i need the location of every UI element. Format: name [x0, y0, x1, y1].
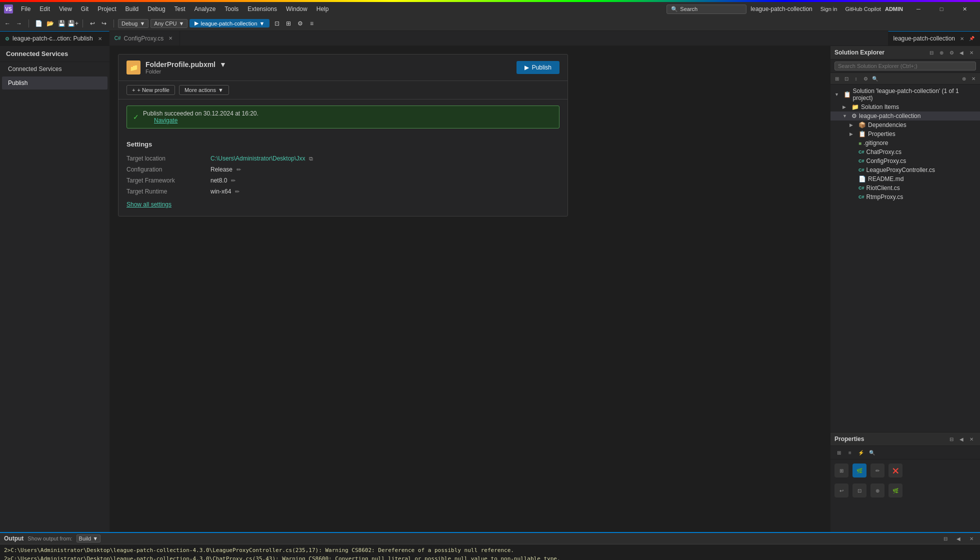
- solution-explorer-ctrl-5[interactable]: ✕: [967, 48, 976, 57]
- menu-debug[interactable]: Debug: [144, 4, 169, 14]
- toolbar-btn-4[interactable]: ≡: [306, 18, 317, 29]
- debug-mode-selector[interactable]: Debug ▼: [118, 19, 148, 28]
- solution-explorer-ctrl-3[interactable]: ⚙: [947, 48, 956, 57]
- menu-project[interactable]: Project: [94, 4, 120, 14]
- props-toolbar-4[interactable]: 🔍: [868, 448, 876, 457]
- se-toolbar-btn-2[interactable]: ⊡: [842, 74, 851, 83]
- show-all-settings-link[interactable]: Show all settings: [126, 201, 560, 208]
- open-file-button[interactable]: 📂: [44, 18, 56, 29]
- new-file-button[interactable]: 📄: [33, 18, 44, 29]
- menu-tools[interactable]: Tools: [220, 4, 242, 14]
- se-toolbar-btn-5[interactable]: 🔍: [870, 74, 880, 83]
- tab-secondary-close[interactable]: ✕: [958, 34, 966, 42]
- prop-icon-2[interactable]: 🌿: [852, 464, 866, 478]
- tree-item-rtmpproxy[interactable]: C# RtmpProxy.cs: [830, 192, 980, 202]
- publish-button[interactable]: ▶ Publish: [516, 61, 560, 74]
- sign-in-button[interactable]: Sign in: [816, 5, 842, 13]
- undo-button[interactable]: ↩: [87, 18, 98, 29]
- toolbar-btn-3[interactable]: ⚙: [294, 18, 306, 29]
- prop-icon-8[interactable]: 🌿: [888, 484, 902, 498]
- se-toolbar-btn-6[interactable]: ⊕: [960, 74, 968, 83]
- edit-icon-target-runtime[interactable]: ✏: [235, 188, 240, 195]
- tree-item-project[interactable]: ▼ ⚙ league-patch-collection: [830, 112, 980, 120]
- props-toolbar-1[interactable]: ⊞: [834, 448, 844, 457]
- menu-help[interactable]: Help: [312, 4, 333, 14]
- forward-button[interactable]: →: [14, 18, 24, 29]
- save-all-button[interactable]: 💾+: [68, 18, 78, 29]
- menu-git[interactable]: Git: [77, 4, 92, 14]
- properties-ctrl-1[interactable]: ⊟: [947, 434, 956, 444]
- output-ctrl-2[interactable]: ◀: [954, 534, 963, 543]
- search-solution-input[interactable]: [834, 62, 976, 70]
- tab-configproxy[interactable]: C# ConfigProxy.cs ✕: [110, 31, 180, 46]
- tree-item-leagueproxycontroller[interactable]: C# LeagueProxyController.cs: [830, 166, 980, 174]
- setting-value-target-location[interactable]: C:\Users\Administrator\Desktop\Jxx: [210, 155, 305, 162]
- tree-item-properties[interactable]: ▶ 📋 Properties: [830, 130, 980, 138]
- tree-item-readme[interactable]: 📄 README.md: [830, 174, 980, 184]
- properties-controls: ⊟ ◀ ✕: [947, 434, 976, 444]
- play-button[interactable]: ▶ league-patch-collection ▼: [190, 19, 270, 28]
- prop-icon-3[interactable]: ✏: [870, 464, 884, 478]
- output-ctrl-1[interactable]: ⊟: [941, 534, 950, 543]
- properties-title: Properties: [834, 436, 864, 442]
- menu-view[interactable]: View: [55, 4, 76, 14]
- props-toolbar-3[interactable]: ⚡: [856, 448, 866, 457]
- menu-build[interactable]: Build: [122, 4, 143, 14]
- menu-extensions[interactable]: Extensions: [244, 4, 281, 14]
- tree-item-dependencies[interactable]: ▶ 📦 Dependencies: [830, 120, 980, 130]
- toolbar-btn-1[interactable]: ⊡: [272, 18, 282, 29]
- solution-explorer-ctrl-1[interactable]: ⊟: [927, 48, 936, 57]
- prop-icon-4[interactable]: ❌: [888, 464, 902, 478]
- solution-explorer-ctrl-4[interactable]: ◀: [957, 48, 966, 57]
- tab-publish-close[interactable]: ✕: [96, 34, 104, 42]
- properties-ctrl-3[interactable]: ✕: [967, 434, 976, 444]
- solution-explorer-ctrl-2[interactable]: ⊕: [937, 48, 946, 57]
- navigate-link[interactable]: Navigate: [154, 117, 258, 124]
- prop-icon-7[interactable]: ⊕: [870, 484, 884, 498]
- maximize-button[interactable]: □: [930, 2, 953, 16]
- profile-dropdown-icon[interactable]: ▼: [220, 60, 226, 68]
- tab-secondary-project[interactable]: league-patch-collection ✕ 📌: [888, 31, 980, 46]
- output-title: Output: [4, 535, 24, 542]
- tab-configproxy-close[interactable]: ✕: [166, 34, 174, 42]
- menu-file[interactable]: File: [17, 4, 34, 14]
- tree-item-solution-items[interactable]: ▶ 📁 Solution Items: [830, 102, 980, 112]
- redo-button[interactable]: ↪: [98, 18, 110, 29]
- edit-icon-configuration[interactable]: ✏: [236, 166, 241, 173]
- output-ctrl-3[interactable]: ✕: [967, 534, 976, 543]
- menu-edit[interactable]: Edit: [36, 4, 54, 14]
- se-toolbar-btn-3[interactable]: ↕: [852, 74, 860, 83]
- prop-icon-1[interactable]: ⊞: [834, 464, 848, 478]
- sidebar-item-connected-services[interactable]: Connected Services: [2, 62, 108, 76]
- tree-item-configproxy[interactable]: C# ConfigProxy.cs: [830, 156, 980, 166]
- se-toolbar-btn-7[interactable]: ✕: [969, 74, 978, 83]
- menu-window[interactable]: Window: [282, 4, 312, 14]
- output-toolbar: Output Show output from: Build ▼ ⊟ ◀ ✕: [0, 533, 980, 544]
- close-button[interactable]: ✕: [953, 2, 976, 16]
- props-toolbar-2[interactable]: ≡: [846, 448, 854, 457]
- se-toolbar-btn-1[interactable]: ⊞: [832, 74, 842, 83]
- minimize-button[interactable]: ─: [907, 2, 930, 16]
- prop-icon-6[interactable]: ⊡: [852, 484, 866, 498]
- search-box[interactable]: 🔍 Search: [666, 4, 746, 14]
- properties-ctrl-2[interactable]: ◀: [957, 434, 966, 444]
- cpu-selector[interactable]: Any CPU ▼: [150, 19, 188, 28]
- more-actions-button[interactable]: More actions ▼: [179, 85, 229, 95]
- menu-analyze[interactable]: Analyze: [190, 4, 220, 14]
- tree-item-gitignore[interactable]: ■ .gitignore: [830, 138, 980, 148]
- se-toolbar-btn-4[interactable]: ⚙: [861, 74, 870, 83]
- tree-item-riotclient[interactable]: C# RiotClient.cs: [830, 184, 980, 192]
- output-source-selector[interactable]: Build ▼: [76, 534, 100, 542]
- sidebar-item-publish[interactable]: Publish: [2, 76, 108, 90]
- tab-publish[interactable]: ⚙ league-patch-c...ction: Publish ✕: [0, 31, 110, 46]
- tree-item-chatproxy[interactable]: C# ChatProxy.cs: [830, 148, 980, 156]
- back-button[interactable]: ←: [2, 18, 13, 29]
- edit-icon-target-framework[interactable]: ✏: [231, 178, 236, 184]
- prop-icon-5[interactable]: ↩: [834, 484, 848, 498]
- new-profile-button[interactable]: + + New profile: [126, 85, 175, 95]
- tree-item-solution[interactable]: ▼ 📋 Solution 'league-patch-collection' (…: [830, 86, 980, 102]
- save-button[interactable]: 💾: [56, 18, 67, 29]
- menu-test[interactable]: Test: [170, 4, 190, 14]
- copy-icon-target[interactable]: ⧉: [309, 156, 313, 162]
- toolbar-btn-2[interactable]: ⊞: [283, 18, 294, 29]
